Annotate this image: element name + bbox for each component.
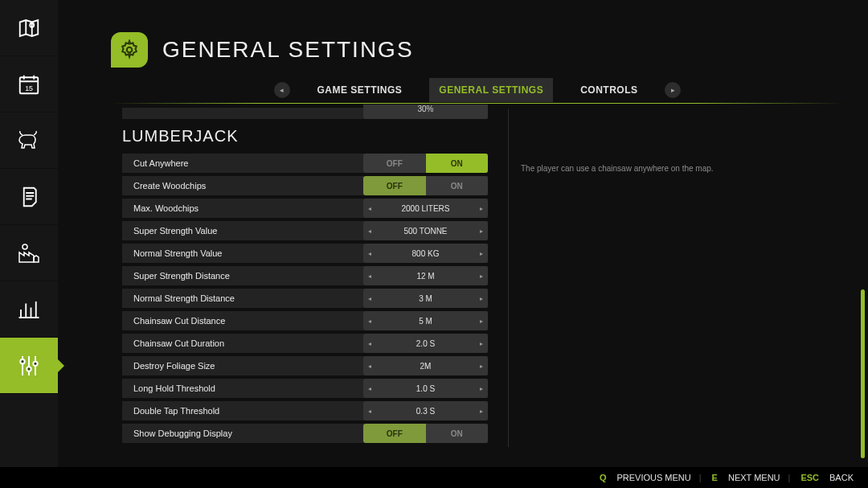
stepper-prev[interactable]: ◂	[363, 273, 376, 280]
setting-row: Long Hold Threshold◂1.0 S▸	[122, 379, 488, 398]
toggle-off[interactable]: OFF	[363, 424, 426, 443]
settings-content: 30% LUMBERJACK Cut AnywhereOFFONCreate W…	[111, 105, 844, 458]
key-esc: ESC	[798, 473, 821, 482]
prev-menu-label[interactable]: PREVIOUS MENU	[616, 473, 690, 482]
svg-point-4	[20, 359, 24, 363]
partial-row: 30%	[122, 108, 488, 119]
stepper-value: 1.0 S	[376, 384, 475, 393]
barchart-icon	[17, 297, 41, 322]
section-title-lumberjack: LUMBERJACK	[122, 127, 844, 146]
stepper-value: 2M	[376, 362, 475, 371]
back-label[interactable]: BACK	[829, 473, 854, 482]
scrollbar[interactable]	[861, 105, 865, 458]
value-stepper[interactable]: ◂2M▸	[363, 356, 488, 375]
page-title: GENERAL SETTINGS	[162, 37, 414, 63]
stepper-prev[interactable]: ◂	[363, 205, 376, 212]
toggle[interactable]: OFFON	[363, 176, 488, 195]
stepper-next[interactable]: ▸	[475, 250, 488, 257]
setting-row: Max. Woodchips◂2000 LITERS▸	[122, 199, 488, 218]
stepper-next[interactable]: ▸	[475, 228, 488, 235]
svg-point-3	[23, 244, 27, 249]
stepper-value: 800 KG	[376, 249, 475, 258]
value-stepper[interactable]: ◂1.0 S▸	[363, 379, 488, 398]
value-stepper[interactable]: ◂500 TONNE▸	[363, 221, 488, 240]
stepper-prev[interactable]: ◂	[363, 408, 376, 415]
stepper-next[interactable]: ▸	[475, 385, 488, 392]
footer-bar: Q PREVIOUS MENU | E NEXT MENU | ESC BACK	[0, 467, 868, 488]
setting-row: Show Debugging DisplayOFFON	[122, 424, 488, 443]
setting-row: Normal Strength Distance◂3 M▸	[122, 289, 488, 308]
tab-underline	[111, 103, 844, 104]
setting-row: Create WoodchipsOFFON	[122, 176, 488, 195]
value-stepper[interactable]: ◂2.0 S▸	[363, 334, 488, 353]
stepper-next[interactable]: ▸	[475, 363, 488, 370]
setting-label: Max. Woodchips	[133, 203, 199, 213]
value-stepper[interactable]: ◂5 M▸	[363, 311, 488, 330]
stepper-prev[interactable]: ◂	[363, 228, 376, 235]
setting-label: Destroy Foliage Size	[133, 361, 215, 371]
nav-settings[interactable]	[0, 338, 58, 394]
nav-production[interactable]	[0, 225, 58, 281]
stepper-next[interactable]: ▸	[475, 318, 488, 325]
factory-icon	[16, 241, 42, 265]
page-header: GENERAL SETTINGS	[111, 32, 414, 68]
left-nav-rail: 15	[0, 0, 58, 488]
value-stepper[interactable]: ◂12 M▸	[363, 266, 488, 285]
nav-stats[interactable]	[0, 281, 58, 338]
nav-contracts[interactable]	[0, 169, 58, 225]
key-q: Q	[597, 473, 609, 482]
nav-animals[interactable]	[0, 113, 58, 169]
stepper-next[interactable]: ▸	[475, 273, 488, 280]
tab-general-settings[interactable]: GENERAL SETTINGS	[429, 78, 553, 102]
setting-label: Chainsaw Cut Duration	[133, 338, 224, 348]
toggle-on[interactable]: ON	[426, 154, 489, 173]
toggle-on[interactable]: ON	[426, 424, 489, 443]
stepper-prev[interactable]: ◂	[363, 363, 376, 370]
tab-prev-button[interactable]: ◂	[274, 82, 290, 98]
toggle[interactable]: OFFON	[363, 424, 488, 443]
stepper-next[interactable]: ▸	[475, 340, 488, 347]
stepper-prev[interactable]: ◂	[363, 250, 376, 257]
gear-icon	[119, 39, 140, 60]
stepper-prev[interactable]: ◂	[363, 295, 376, 302]
map-icon	[17, 16, 41, 40]
partial-row-value[interactable]: 30%	[363, 105, 488, 119]
value-stepper[interactable]: ◂0.3 S▸	[363, 401, 488, 420]
setting-label: Create Woodchips	[133, 181, 206, 191]
value-stepper[interactable]: ◂2000 LITERS▸	[363, 199, 488, 218]
setting-row: Chainsaw Cut Distance◂5 M▸	[122, 311, 488, 330]
sliders-icon	[16, 353, 42, 379]
stepper-prev[interactable]: ◂	[363, 340, 376, 347]
tab-game-settings[interactable]: GAME SETTINGS	[308, 78, 412, 102]
value-stepper[interactable]: ◂3 M▸	[363, 289, 488, 308]
nav-map[interactable]	[0, 0, 58, 56]
stepper-next[interactable]: ▸	[475, 295, 488, 302]
setting-label: Double Tap Threshold	[133, 406, 219, 416]
stepper-prev[interactable]: ◂	[363, 318, 376, 325]
toggle[interactable]: OFFON	[363, 154, 488, 173]
tab-controls[interactable]: CONTROLS	[571, 78, 647, 102]
tab-next-button[interactable]: ▸	[665, 82, 681, 98]
key-e: E	[710, 473, 720, 482]
nav-calendar[interactable]: 15	[0, 56, 58, 113]
stepper-value: 2.0 S	[376, 339, 475, 348]
svg-point-5	[27, 367, 31, 371]
stepper-next[interactable]: ▸	[475, 205, 488, 212]
scroll-thumb[interactable]	[861, 289, 865, 458]
setting-label: Normal Strength Distance	[133, 293, 235, 303]
setting-label: Long Hold Threshold	[133, 383, 215, 393]
toggle-off[interactable]: OFF	[363, 154, 426, 173]
svg-point-6	[33, 361, 37, 365]
stepper-prev[interactable]: ◂	[363, 385, 376, 392]
stepper-next[interactable]: ▸	[475, 408, 488, 415]
toggle-off[interactable]: OFF	[363, 176, 426, 195]
stepper-value: 12 M	[376, 272, 475, 281]
tab-bar: ◂ GAME SETTINGS GENERAL SETTINGS CONTROL…	[111, 79, 844, 101]
toggle-on[interactable]: ON	[426, 176, 489, 195]
setting-label: Super Strength Distance	[133, 271, 230, 281]
setting-row: Super Strength Value◂500 TONNE▸	[122, 221, 488, 240]
next-menu-label[interactable]: NEXT MENU	[728, 473, 780, 482]
value-stepper[interactable]: ◂800 KG▸	[363, 244, 488, 263]
header-gear-badge	[111, 32, 148, 68]
stepper-value: 3 M	[376, 294, 475, 303]
